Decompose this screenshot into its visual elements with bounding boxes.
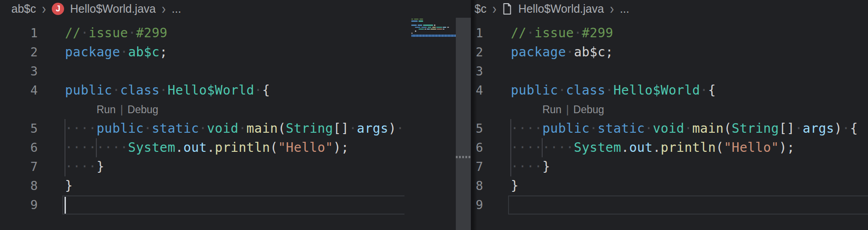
code-token: out — [629, 140, 653, 155]
scrollbar[interactable] — [456, 18, 471, 230]
code-token: { — [404, 121, 404, 136]
minimap-code-line — [424, 29, 426, 30]
minimap-code-line — [419, 20, 423, 21]
code-token: public — [65, 83, 112, 98]
code-token: String — [732, 121, 779, 136]
minimap-code-line — [432, 27, 436, 28]
code-token: ) — [389, 121, 396, 136]
code-token: System — [128, 140, 175, 155]
code-token: void — [207, 121, 238, 136]
minimap-code-line — [419, 29, 424, 30]
minimap-code-line — [437, 29, 442, 30]
minimap-code-line — [415, 27, 420, 28]
minimap-code-line — [421, 27, 427, 28]
debug-codelens-link[interactable]: Debug — [574, 100, 604, 119]
minimap-code-line — [428, 27, 431, 28]
code-token: } — [542, 159, 550, 174]
code-line-7[interactable]: ····} — [65, 157, 105, 176]
code-line-4[interactable]: public·class·Hello$World·{ — [65, 81, 270, 100]
code-line-1[interactable]: //·issue·#299 — [65, 24, 168, 43]
code-token: { — [262, 83, 270, 98]
code-line-7[interactable]: ····} — [511, 157, 550, 176]
whitespace-dots: · — [590, 121, 598, 136]
code-line-1[interactable]: //·issue·#299 — [511, 24, 614, 43]
code-token: } — [96, 159, 104, 174]
minimap-current-line-highlight — [411, 35, 456, 37]
code-token: issue — [89, 25, 128, 40]
code-token: { — [708, 83, 716, 98]
code-token: ; — [160, 45, 167, 60]
code-line-5[interactable]: ····public·static·void·main(String[]·arg… — [511, 119, 858, 138]
code-token: args — [803, 121, 834, 136]
minimap-code-line — [447, 27, 449, 28]
code-token: out — [183, 140, 207, 155]
whitespace-dots: · — [566, 45, 574, 60]
code-token: public — [542, 121, 589, 136]
code-token: . — [653, 140, 660, 155]
debug-codelens-link[interactable]: Debug — [128, 100, 159, 119]
whitespace-dots: · — [700, 83, 708, 98]
code-line-6[interactable]: ········System.out.println("Hello"); — [511, 138, 795, 157]
code-line-2[interactable]: package·ab$c; — [65, 43, 168, 62]
code-line-8[interactable]: } — [511, 176, 519, 195]
whitespace-dots: · — [396, 121, 404, 136]
minimap-code-line — [427, 29, 430, 30]
code-token: System — [574, 140, 621, 155]
editor-pane-left: ab$c › J Hello$World.java › ... 12345678… — [0, 0, 471, 230]
code-token: [] — [779, 121, 795, 136]
scrollbar-marker — [456, 156, 471, 158]
code-line-4[interactable]: public·class·Hello$World·{ — [511, 81, 716, 100]
code-line-2[interactable]: package·ab$c; — [511, 43, 614, 62]
whitespace-dots: · — [239, 121, 246, 136]
code-token: ( — [724, 121, 732, 136]
whitespace-dots: ···· — [511, 121, 542, 136]
code-token: [] — [333, 121, 349, 136]
code-token: String — [286, 121, 333, 136]
minimap-code-line — [414, 19, 419, 20]
run-codelens-link[interactable]: Run — [542, 100, 561, 119]
code-token: . — [207, 140, 215, 155]
code-line-6[interactable]: ········System.out.println("Hello"); — [65, 138, 349, 157]
code-line-8[interactable]: } — [65, 176, 73, 195]
code-token: println — [661, 140, 716, 155]
minimap-code-line — [443, 29, 444, 30]
code-token: issue — [534, 25, 574, 40]
code-token: static — [152, 121, 199, 136]
code-token: ab$c — [128, 45, 160, 60]
code-token: println — [215, 140, 270, 155]
code-area[interactable]: //·issue·#299package·ab$c;public·class·H… — [473, 0, 868, 230]
code-token: ( — [270, 140, 278, 155]
minimap-code-line — [415, 30, 416, 31]
codelens-separator: | — [566, 100, 569, 119]
minimap-code-line — [418, 25, 422, 25]
whitespace-dots: · — [605, 83, 613, 98]
code-token: ( — [278, 121, 286, 136]
minimap-code-line — [411, 19, 413, 20]
code-token: // — [65, 25, 81, 40]
indent-guide — [510, 119, 511, 176]
indent-guide — [542, 138, 543, 157]
whitespace-dots: ···· — [65, 159, 96, 174]
run-codelens-link[interactable]: Run — [96, 100, 115, 119]
code-token: // — [511, 25, 527, 40]
code-token: ( — [716, 140, 723, 155]
minimap-code-line — [411, 25, 417, 25]
code-area[interactable]: //·issue·#299package·ab$c;public·class·H… — [0, 0, 404, 230]
code-token: ; — [787, 140, 795, 155]
code-token: #299 — [582, 25, 613, 40]
whitespace-dots: · — [120, 45, 128, 60]
minimap-code-line — [436, 27, 442, 28]
code-line-5[interactable]: ····public·static·void·main(String[]·arg… — [65, 119, 404, 138]
whitespace-dots: · — [574, 25, 582, 40]
code-token: . — [175, 140, 183, 155]
code-token: "Hello" — [278, 140, 334, 155]
indent-guide — [96, 138, 97, 157]
code-token: #299 — [136, 25, 167, 40]
minimap[interactable] — [411, 17, 456, 45]
whitespace-dots: · — [645, 121, 653, 136]
whitespace-dots: · — [128, 25, 136, 40]
whitespace-dots: · — [112, 83, 120, 98]
code-token: main — [246, 121, 278, 136]
vscode-split-editor: ab$c › J Hello$World.java › ... 12345678… — [0, 0, 868, 230]
indent-guide — [65, 119, 65, 176]
